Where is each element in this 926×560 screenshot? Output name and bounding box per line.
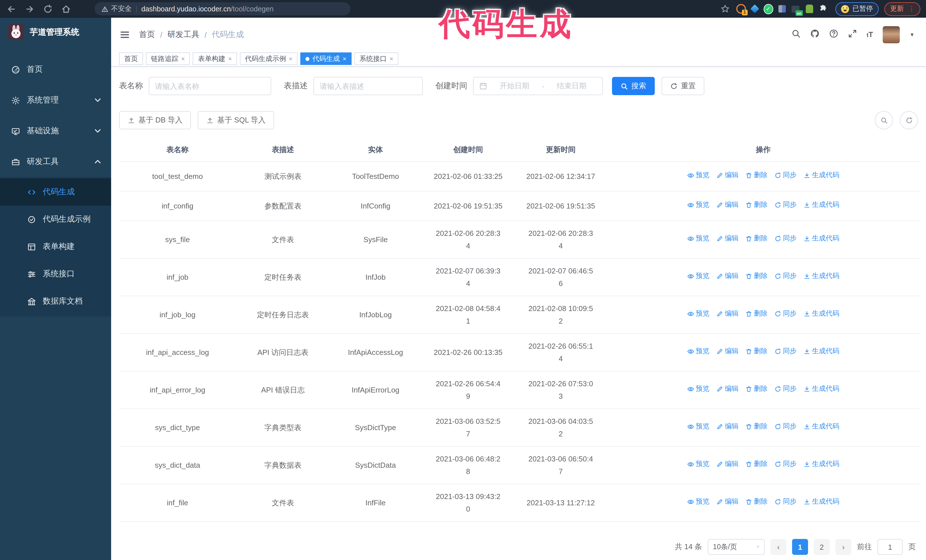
back-icon[interactable] (7, 4, 16, 14)
reload-icon[interactable] (43, 4, 53, 14)
row-action-eye[interactable]: 预览 (687, 384, 710, 395)
row-action-sync[interactable]: 同步 (775, 384, 797, 395)
close-icon[interactable]: × (228, 56, 232, 62)
breadcrumb-home[interactable]: 首页 (139, 29, 155, 39)
row-action-download[interactable]: 生成代码 (803, 200, 840, 211)
next-page-button[interactable]: › (835, 539, 851, 555)
import-sql-button[interactable]: 基于 SQL 导入 (198, 111, 274, 129)
row-action-download[interactable]: 生成代码 (803, 170, 840, 181)
refresh-table-button[interactable] (900, 111, 918, 129)
row-action-delete[interactable]: 删除 (745, 346, 767, 358)
row-action-sync[interactable]: 同步 (775, 497, 797, 508)
tab-form-builder[interactable]: 表单构建× (193, 53, 237, 65)
extension-icon-4[interactable] (777, 4, 787, 14)
row-action-delete[interactable]: 删除 (745, 271, 767, 282)
row-action-sync[interactable]: 同步 (775, 308, 797, 320)
search-icon[interactable] (791, 29, 800, 39)
row-action-edit[interactable]: 编辑 (716, 271, 738, 282)
extension-icon-6[interactable] (804, 4, 814, 14)
row-action-eye[interactable]: 预览 (687, 170, 710, 181)
row-action-eye[interactable]: 预览 (687, 346, 710, 358)
tab-home[interactable]: 首页 (119, 53, 143, 65)
close-icon[interactable]: × (390, 56, 393, 62)
close-icon[interactable]: × (343, 56, 346, 62)
sidebar-item-db-doc[interactable]: 数据库文档 (0, 288, 111, 315)
tab-codegen[interactable]: 代码生成× (301, 53, 352, 65)
toggle-search-button[interactable] (875, 111, 893, 129)
row-action-edit[interactable]: 编辑 (716, 200, 738, 211)
row-action-edit[interactable]: 编辑 (716, 170, 738, 181)
row-action-sync[interactable]: 同步 (775, 459, 797, 470)
avatar[interactable] (883, 26, 900, 43)
date-range-picker[interactable]: 开始日期 - 结束日期 (473, 77, 603, 95)
row-action-edit[interactable]: 编辑 (716, 459, 738, 470)
sidebar-item-codegen[interactable]: 代码生成 (0, 178, 111, 206)
close-icon[interactable]: × (181, 56, 185, 62)
kebab-menu-icon[interactable]: ⋮ (908, 6, 915, 12)
bookmark-star-icon[interactable] (721, 4, 729, 14)
page-size-select[interactable]: 10条/页 ˅ (708, 539, 765, 555)
row-action-delete[interactable]: 删除 (745, 497, 767, 508)
extensions-puzzle-icon[interactable] (818, 4, 828, 14)
row-action-edit[interactable]: 编辑 (716, 497, 738, 508)
url-bar[interactable]: 不安全 dashboard.yudao.iocoder.cn/tool/code… (95, 2, 351, 15)
app-logo-row[interactable]: 芋道管理系统 (0, 18, 111, 46)
row-action-eye[interactable]: 预览 (687, 233, 710, 245)
row-action-edit[interactable]: 编辑 (716, 384, 738, 395)
row-action-delete[interactable]: 删除 (745, 459, 767, 470)
font-size-icon[interactable]: tT (867, 30, 873, 39)
table-desc-input[interactable] (313, 77, 423, 95)
sidebar-item-form-builder[interactable]: 表单构建 (0, 233, 111, 260)
row-action-eye[interactable]: 预览 (687, 459, 710, 470)
row-action-eye[interactable]: 预览 (687, 200, 710, 211)
row-action-sync[interactable]: 同步 (775, 271, 797, 282)
fullscreen-icon[interactable] (848, 29, 857, 39)
table-name-input[interactable] (149, 77, 271, 95)
row-action-download[interactable]: 生成代码 (803, 421, 840, 433)
row-action-download[interactable]: 生成代码 (803, 271, 840, 282)
hamburger-icon[interactable] (120, 29, 130, 39)
avatar-caret-icon[interactable]: ▼ (909, 32, 915, 37)
row-action-download[interactable]: 生成代码 (803, 308, 840, 320)
breadcrumb-devtools[interactable]: 研发工具 (168, 29, 200, 39)
row-action-download[interactable]: 生成代码 (803, 459, 840, 470)
row-action-eye[interactable]: 预览 (687, 421, 710, 433)
row-action-delete[interactable]: 删除 (745, 308, 767, 320)
prev-page-button[interactable]: ‹ (770, 539, 787, 555)
extension-icon-3[interactable]: ✓ (763, 4, 773, 14)
paused-badge[interactable]: 已暂停 (835, 2, 879, 16)
row-action-sync[interactable]: 同步 (775, 233, 797, 245)
row-action-sync[interactable]: 同步 (775, 346, 797, 358)
row-action-download[interactable]: 生成代码 (803, 346, 840, 358)
reset-button[interactable]: 重置 (661, 77, 704, 95)
row-action-eye[interactable]: 预览 (687, 308, 710, 320)
goto-page-input[interactable] (878, 539, 903, 555)
tab-tracing[interactable]: 链路追踪× (146, 53, 190, 65)
row-action-delete[interactable]: 删除 (745, 200, 767, 211)
tab-system-api[interactable]: 系统接口× (354, 53, 399, 65)
forward-icon[interactable] (25, 4, 34, 14)
not-secure-warning[interactable]: 不安全 (101, 4, 132, 14)
row-action-download[interactable]: 生成代码 (803, 497, 840, 508)
sidebar-item-devtools[interactable]: 研发工具 (0, 146, 111, 177)
row-action-delete[interactable]: 删除 (745, 384, 767, 395)
sidebar-item-home[interactable]: 首页 (0, 54, 111, 85)
row-action-edit[interactable]: 编辑 (716, 233, 738, 245)
row-action-edit[interactable]: 编辑 (716, 308, 738, 320)
row-action-delete[interactable]: 删除 (745, 170, 767, 181)
row-action-download[interactable]: 生成代码 (803, 384, 840, 395)
page-button-2[interactable]: 2 (814, 539, 830, 555)
sidebar-item-codegen-example[interactable]: 代码生成示例 (0, 206, 111, 233)
tab-codegen-example[interactable]: 代码生成示例× (240, 53, 298, 65)
row-action-eye[interactable]: 预览 (687, 271, 710, 282)
row-action-edit[interactable]: 编辑 (716, 421, 738, 433)
extension-icon-1[interactable]: 1 (736, 4, 746, 14)
row-action-download[interactable]: 生成代码 (803, 233, 840, 245)
page-button-1[interactable]: 1 (792, 539, 808, 555)
row-action-eye[interactable]: 预览 (687, 497, 710, 508)
row-action-delete[interactable]: 删除 (745, 233, 767, 245)
help-icon[interactable] (829, 29, 838, 39)
sidebar-item-system[interactable]: 系统管理 (0, 85, 111, 116)
row-action-sync[interactable]: 同步 (775, 421, 797, 433)
sidebar-item-system-api[interactable]: 系统接口 (0, 260, 111, 288)
